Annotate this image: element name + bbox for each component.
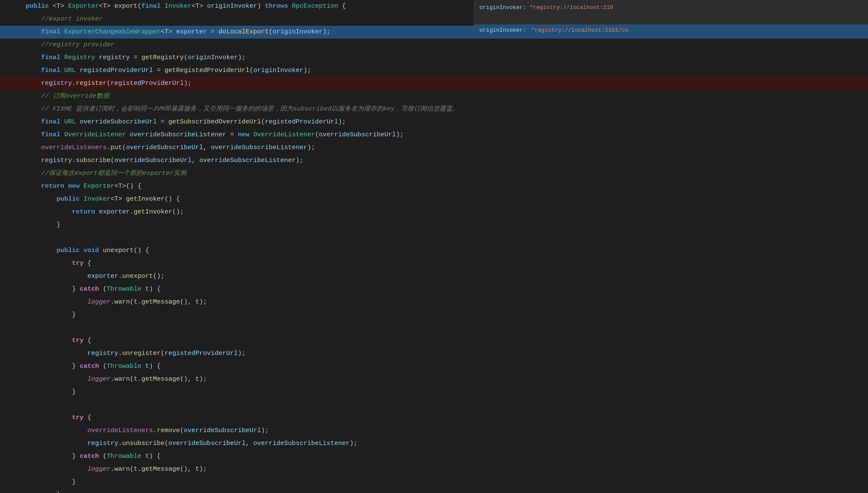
token: warn: [114, 466, 130, 473]
token: [26, 350, 87, 357]
token: (), t);: [180, 466, 207, 473]
token: getRegistry: [141, 54, 184, 61]
token: // 订阅override数据: [41, 93, 109, 100]
token: exporter: [176, 28, 207, 36]
token: registedProviderUrl: [111, 80, 184, 87]
code-line: }: [0, 219, 868, 231]
token: () {: [165, 195, 180, 203]
line-content: } catch (Throwable t) {: [0, 285, 868, 295]
token: [26, 118, 41, 126]
line-content: //保证每次export都返回一个新的exporter实例: [0, 169, 868, 179]
code-line: } catch (Throwable t) {: [0, 283, 868, 296]
token: overrideSubscribeListener: [211, 144, 307, 151]
token: registedProviderUrl: [165, 350, 238, 357]
token: }: [72, 286, 80, 293]
token: {: [87, 260, 91, 267]
token: exporter: [87, 273, 118, 280]
token: OverrideListener: [64, 131, 130, 138]
token: originInvoker: [272, 28, 323, 36]
token: );: [184, 80, 192, 87]
code-line: overrideListeners.remove(overrideSubscri…: [0, 424, 868, 437]
token: throws: [265, 3, 292, 10]
token: overrideSubscribeListener: [253, 440, 350, 447]
token: [26, 311, 72, 319]
line-content: exporter.unexport();: [0, 272, 868, 282]
code-area[interactable]: public <T> Exporter<T> export(final Invo…: [0, 0, 868, 493]
token: overrideListeners: [41, 144, 107, 151]
token: Invoker: [84, 195, 111, 203]
token: unsubscribe: [122, 440, 165, 447]
token: doLocalExport: [218, 28, 269, 36]
token: registedProviderUrl: [265, 118, 338, 126]
token: logger: [87, 466, 111, 473]
token: overrideSubscribeUrl: [168, 440, 245, 447]
token: unexport: [122, 273, 153, 280]
token: Exporter: [68, 3, 99, 10]
token: (: [184, 54, 188, 61]
token: .: [153, 427, 157, 434]
token: 提供者订阅时，会影响同一JVM即暴露服务，又引用同一服务的的场景，因为: [76, 105, 293, 113]
token: final: [41, 54, 64, 61]
line-content: final OverrideListener overrideSubscribe…: [0, 130, 868, 140]
code-line: registry.subscribe(overrideSubscribeUrl,…: [0, 154, 868, 167]
token: public: [57, 247, 84, 254]
token: subscribed: [293, 105, 332, 113]
code-line: overrideListeners.put(overrideSubscribeU…: [0, 141, 868, 154]
token: try: [72, 414, 87, 421]
token: );: [261, 427, 269, 434]
token: getMessage: [141, 466, 180, 473]
token: (: [315, 131, 319, 138]
token: Throwable: [107, 363, 145, 370]
token: overrideSubscribeUrl: [114, 157, 192, 164]
token: =: [226, 131, 238, 138]
code-line: registry.unregister(registedProviderUrl)…: [0, 347, 868, 360]
token: [26, 453, 72, 460]
code-line: } catch (Throwable t) {: [0, 360, 868, 373]
line-content: }: [0, 310, 868, 320]
token: [26, 41, 41, 48]
token: ) {: [149, 453, 161, 460]
token: =: [130, 54, 141, 61]
code-line: public void unexport() {: [0, 244, 868, 257]
line-content: registry.unregister(registedProviderUrl)…: [0, 349, 868, 359]
code-line: }: [0, 476, 868, 489]
token: catch: [80, 453, 103, 460]
code-line: return new Exporter<T>() {: [0, 180, 868, 193]
token: <T>() {: [114, 183, 141, 190]
token: [26, 298, 87, 306]
token: .: [72, 157, 76, 164]
hint2-value: "registry://localhost:2181/co: [531, 26, 628, 35]
code-line: final Registry registry = getRegistry(or…: [0, 51, 868, 64]
token: .: [118, 440, 122, 447]
token: [26, 466, 87, 473]
token: () {: [134, 247, 149, 254]
token: final: [41, 118, 64, 126]
token: //registry provider: [41, 41, 114, 48]
code-line: logger.warn(t.getMessage(), t);: [0, 373, 868, 386]
token: );: [350, 440, 357, 447]
token: getMessage: [141, 298, 180, 306]
line-content: return new Exporter<T>() {: [0, 182, 868, 192]
hint2-param: originInvoker:: [479, 26, 526, 35]
token: originInvoker: [253, 67, 303, 74]
code-line: [0, 322, 868, 334]
token: [26, 414, 72, 421]
token: <T>: [161, 28, 176, 36]
line-content: } catch (Throwable t) {: [0, 362, 868, 372]
token: getRegistedProviderUrl: [165, 67, 249, 74]
token: overrideSubscribeListener: [199, 157, 296, 164]
line-content: logger.warn(t.getMessage(), t);: [0, 298, 868, 307]
line-content: // 订阅override数据: [0, 92, 868, 102]
code-line: try {: [0, 334, 868, 347]
token: registry: [87, 350, 118, 357]
token: exporter: [99, 208, 130, 216]
token: Exporter: [84, 183, 114, 190]
token: void: [84, 247, 103, 254]
line-content: overrideListeners.remove(overrideSubscri…: [0, 426, 868, 436]
token: new: [68, 183, 84, 190]
token: //保证每次export都返回一个新的exporter实例: [41, 170, 186, 177]
token: );: [338, 118, 346, 126]
line-content: public void unexport() {: [0, 246, 868, 256]
token: (: [103, 363, 107, 370]
line-content: final URL overrideSubscribeUrl = getSubs…: [0, 117, 868, 127]
